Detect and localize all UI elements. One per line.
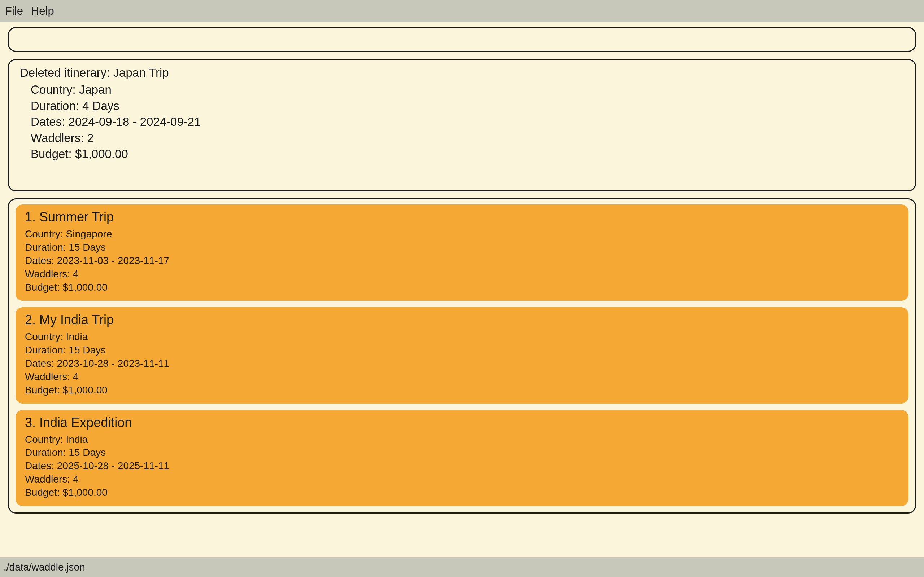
itinerary-list-panel: 1. Summer Trip Country: Singapore Durati… (8, 198, 916, 514)
itinerary-dates: Dates: 2023-11-03 - 2023-11-17 (25, 254, 899, 268)
deleted-waddlers: Waddlers: 2 (20, 130, 904, 147)
deleted-duration: Duration: 4 Days (20, 98, 904, 114)
itinerary-country: Country: Singapore (25, 227, 899, 241)
menu-help[interactable]: Help (31, 5, 54, 18)
menubar: File Help (0, 0, 924, 22)
message-panel: Deleted itinerary: Japan Trip Country: J… (8, 59, 916, 192)
itinerary-duration: Duration: 15 Days (25, 446, 899, 459)
statusbar: ./data/waddle.json (0, 557, 924, 577)
statusbar-path: ./data/waddle.json (3, 561, 85, 573)
content-area: Deleted itinerary: Japan Trip Country: J… (0, 22, 924, 557)
itinerary-duration: Duration: 15 Days (25, 344, 899, 357)
deleted-budget: Budget: $1,000.00 (20, 146, 904, 162)
input-panel[interactable] (8, 27, 916, 52)
itinerary-card[interactable]: 2. My India Trip Country: India Duration… (16, 307, 908, 403)
itinerary-waddlers: Waddlers: 4 (25, 371, 899, 384)
itinerary-waddlers: Waddlers: 4 (25, 473, 899, 486)
deleted-message-title: Deleted itinerary: Japan Trip (20, 66, 904, 80)
itinerary-country: Country: India (25, 330, 899, 344)
itinerary-budget: Budget: $1,000.00 (25, 384, 899, 397)
itinerary-dates: Dates: 2025-10-28 - 2025-11-11 (25, 459, 899, 473)
itinerary-budget: Budget: $1,000.00 (25, 486, 899, 500)
itinerary-dates: Dates: 2023-10-28 - 2023-11-11 (25, 357, 899, 371)
itinerary-waddlers: Waddlers: 4 (25, 268, 899, 281)
deleted-country: Country: Japan (20, 82, 904, 98)
itinerary-budget: Budget: $1,000.00 (25, 281, 899, 294)
itinerary-title: 2. My India Trip (25, 312, 899, 327)
itinerary-title: 3. India Expedition (25, 415, 899, 430)
itinerary-duration: Duration: 15 Days (25, 241, 899, 254)
itinerary-card[interactable]: 1. Summer Trip Country: Singapore Durati… (16, 205, 908, 301)
itinerary-title: 1. Summer Trip (25, 210, 899, 225)
itinerary-country: Country: India (25, 433, 899, 446)
menu-file[interactable]: File (5, 5, 23, 18)
deleted-dates: Dates: 2024-09-18 - 2024-09-21 (20, 114, 904, 130)
itinerary-card[interactable]: 3. India Expedition Country: India Durat… (16, 410, 908, 506)
